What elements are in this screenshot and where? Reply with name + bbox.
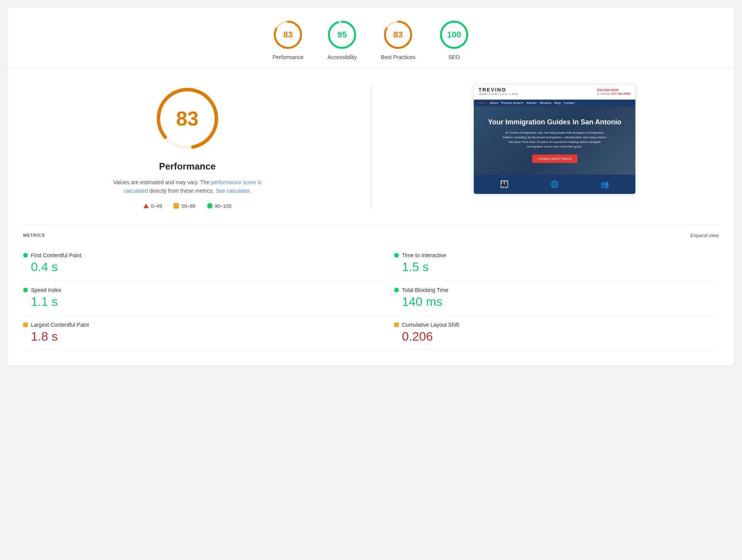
footer-icon-2: 🌐 — [550, 180, 559, 188]
divider — [371, 84, 371, 209]
metric-lcp: Largest Contentful Paint 1.8 s — [23, 316, 371, 350]
nav-contact: Contact — [564, 101, 575, 105]
tti-dot-icon — [394, 253, 399, 258]
legend-0-49-label: 0–49 — [151, 203, 162, 209]
score-best-practices-value: 83 — [393, 30, 403, 40]
expand-view-button[interactable]: Expand view — [690, 232, 719, 238]
nav-reviews: Reviews — [540, 101, 551, 105]
footer-icon-3: 👥 — [601, 180, 609, 188]
website-screenshot: TREVINO IMMIGRATION LAW 210-544-5105 or … — [473, 84, 636, 194]
screenshot-footer: 👨‍👩‍👧 🌐 👥 — [474, 175, 635, 194]
phone-secondary: 877-464-5593 — [611, 92, 631, 95]
big-gauge: 83 — [153, 84, 222, 153]
metrics-section: METRICS Expand view First Contentful Pai… — [8, 224, 734, 366]
site-phone: 210-544-5105 or toll free 877-464-5593 — [597, 88, 631, 95]
metrics-header: METRICS Expand view — [23, 224, 719, 238]
score-performance[interactable]: 83 Performance — [272, 19, 303, 60]
screenshot-section: TREVINO IMMIGRATION LAW 210-544-5105 or … — [391, 84, 719, 194]
hero-subtitle: At Trevino Immigration Law, we help peop… — [500, 131, 609, 149]
main-card: 83 Performance 95 Accessibility — [8, 8, 734, 366]
scores-row: 83 Performance 95 Accessibility — [8, 8, 734, 68]
metrics-title: METRICS — [23, 233, 45, 238]
legend: 0–49 50–89 90–100 — [143, 203, 231, 209]
nav-practice: Practice Areas ▾ — [501, 101, 524, 105]
hero-title: Your Immigration Guides In San Antonio — [488, 118, 621, 127]
metric-fcp-label-row: First Contentful Paint — [23, 252, 371, 258]
metric-lcp-value: 1.8 s — [23, 329, 371, 344]
see-calculator-link[interactable]: See calculator — [216, 188, 250, 194]
metric-tti-name: Time to Interactive — [402, 252, 446, 258]
legend-90-100-label: 90–100 — [215, 203, 231, 209]
metric-cls-label-row: Cumulative Layout Shift — [394, 322, 719, 328]
score-performance-label: Performance — [272, 54, 303, 60]
legend-0-49: 0–49 — [143, 203, 162, 209]
fcp-dot-icon — [23, 253, 28, 258]
logo-name: TREVINO — [478, 87, 518, 93]
tbt-dot-icon — [394, 288, 399, 292]
legend-50-89-label: 50–89 — [181, 203, 195, 209]
metric-tti: Time to Interactive 1.5 s — [371, 246, 719, 281]
metric-cls-name: Cumulative Layout Shift — [402, 322, 459, 328]
score-seo-label: SEO — [448, 54, 460, 60]
screenshot-nav: Home About Practice Areas ▾ Articles Rev… — [474, 100, 635, 106]
performance-description: Values are estimated and may vary. The p… — [110, 178, 265, 195]
footer-icon-1: 👨‍👩‍👧 — [500, 180, 509, 188]
site-logo: TREVINO IMMIGRATION LAW — [478, 87, 518, 96]
metrics-grid: First Contentful Paint 0.4 s Time to Int… — [23, 246, 719, 350]
metric-si-name: Speed Index — [31, 287, 61, 293]
metric-si-label-row: Speed Index — [23, 287, 371, 293]
score-seo[interactable]: 100 SEO — [439, 19, 470, 60]
score-seo-value: 100 — [447, 30, 461, 40]
green-circle-icon — [207, 203, 213, 209]
gauge-accessibility: 95 — [327, 19, 357, 50]
metric-lcp-name: Largest Contentful Paint — [31, 322, 89, 328]
score-performance-value: 83 — [283, 30, 293, 40]
screenshot-hero: Your Immigration Guides In San Antonio A… — [474, 106, 635, 175]
score-best-practices-label: Best Practices — [381, 54, 415, 60]
legend-50-89: 50–89 — [174, 203, 195, 209]
legend-90-100: 90–100 — [207, 203, 231, 209]
gauge-best-practices: 83 — [383, 19, 414, 50]
red-triangle-icon — [143, 204, 149, 208]
score-best-practices[interactable]: 83 Best Practices — [381, 19, 415, 60]
metric-si-value: 1.1 s — [23, 295, 371, 309]
lcp-dot-icon — [23, 322, 28, 327]
nav-about: About — [490, 101, 498, 105]
score-accessibility-value: 95 — [337, 30, 347, 40]
score-accessibility-label: Accessibility — [327, 54, 357, 60]
nav-home: Home — [478, 101, 487, 105]
hero-button: Contact David Trevino — [532, 154, 577, 163]
metric-tbt-value: 140 ms — [394, 295, 719, 309]
performance-section: 83 Performance Values are estimated and … — [23, 84, 352, 209]
metric-fcp-name: First Contentful Paint — [31, 252, 82, 258]
screenshot-header: TREVINO IMMIGRATION LAW 210-544-5105 or … — [474, 84, 635, 100]
metric-fcp-value: 0.4 s — [23, 260, 371, 274]
metric-cls-value: 0.206 — [394, 329, 719, 344]
metric-tti-value: 1.5 s — [394, 260, 719, 274]
metric-tbt-name: Total Blocking Time — [402, 287, 449, 293]
metric-lcp-label-row: Largest Contentful Paint — [23, 322, 371, 328]
nav-articles: Articles — [526, 101, 536, 105]
metric-si: Speed Index 1.1 s — [23, 281, 371, 316]
phone-primary: 210-544-5105 — [597, 88, 631, 92]
gauge-performance: 83 — [272, 19, 303, 50]
nav-blog: Blog — [555, 101, 561, 105]
cls-dot-icon — [394, 322, 399, 327]
gauge-seo: 100 — [439, 19, 470, 50]
metric-fcp: First Contentful Paint 0.4 s — [23, 246, 371, 281]
orange-square-icon — [174, 203, 179, 209]
score-accessibility[interactable]: 95 Accessibility — [327, 19, 357, 60]
metric-tbt: Total Blocking Time 140 ms — [371, 281, 719, 316]
big-gauge-value: 83 — [176, 107, 199, 130]
phone-secondary-label: or toll free 877-464-5593 — [597, 92, 631, 95]
metric-tbt-label-row: Total Blocking Time — [394, 287, 719, 293]
metric-cls: Cumulative Layout Shift 0.206 — [371, 316, 719, 350]
metric-tti-label-row: Time to Interactive — [394, 252, 719, 258]
si-dot-icon — [23, 288, 28, 292]
main-content: 83 Performance Values are estimated and … — [8, 68, 734, 224]
logo-subtitle: IMMIGRATION LAW — [478, 93, 518, 96]
